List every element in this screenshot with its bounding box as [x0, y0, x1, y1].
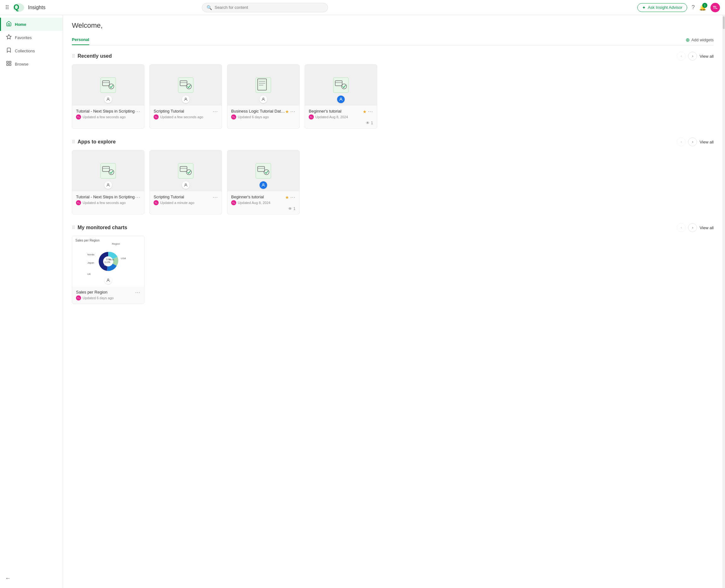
qlik-logo-icon: Q — [13, 3, 24, 12]
apps-card-name-1: Tutorial - Next Steps in Scripting — [76, 194, 135, 199]
apps-more-button-2[interactable]: ··· — [213, 194, 218, 200]
apps-card-time-1: Updated a few seconds ago — [83, 201, 125, 205]
recently-used-card-1[interactable]: Tutorial - Next Steps in Scripting TL Up… — [72, 64, 144, 129]
recently-used-title: Recently used — [78, 53, 112, 59]
svg-text:45.5%: 45.5% — [109, 259, 115, 261]
svg-point-27 — [340, 98, 342, 99]
sidebar-item-favorites[interactable]: Favorites — [0, 31, 63, 44]
svg-text:Japan: Japan — [87, 261, 94, 264]
svg-rect-6 — [9, 64, 11, 66]
welcome-header: Welcome, — [72, 21, 713, 29]
card-more-button-1[interactable]: ··· — [135, 109, 140, 114]
chart-card-1[interactable]: Sales per Region Region Nordic Japan UK … — [72, 236, 144, 304]
monitored-charts-title: My monitored charts — [78, 225, 127, 230]
search-bar[interactable]: 🔍 — [202, 3, 328, 12]
apps-view-all-button[interactable]: View all — [700, 140, 713, 144]
ask-advisor-button[interactable]: ✦ Ask Insight Advisor — [637, 3, 687, 12]
user-dot-4: TL — [309, 114, 314, 120]
card-thumb-3 — [227, 65, 299, 106]
recently-used-next-button[interactable]: › — [688, 52, 697, 61]
apps-next-button[interactable]: › — [688, 138, 697, 146]
card-footer-3: Business Logic Tutorial Data Prep TL Upd… — [227, 106, 299, 123]
browse-icon — [6, 61, 12, 67]
avatar[interactable]: TL — [710, 3, 720, 12]
svg-text:USA: USA — [121, 257, 126, 260]
chart-card-footer-1: Sales per Region TL Updated 6 days ago ·… — [72, 287, 144, 303]
card-time-4: Updated Aug 8, 2024 — [315, 115, 348, 119]
card-footer-1: Tutorial - Next Steps in Scripting TL Up… — [72, 106, 144, 123]
apps-prev-button[interactable]: ‹ — [677, 138, 686, 146]
drag-handle-charts[interactable]: ⠿ — [72, 225, 75, 230]
advisor-icon: ✦ — [642, 5, 646, 10]
card-thumb-4 — [305, 65, 377, 106]
apps-card-2[interactable]: Scripting Tutorial TL Updated a minute a… — [149, 150, 222, 214]
drag-handle-apps[interactable]: ⠿ — [72, 139, 75, 144]
apps-more-button-1[interactable]: ··· — [135, 194, 140, 200]
sidebar-browse-label: Browse — [15, 62, 28, 66]
apps-thumbnail-icon-2 — [177, 162, 194, 180]
apps-card-3[interactable]: Beginner's tutorial TL Updated Aug 8, 20… — [227, 150, 299, 214]
card-more-button-2[interactable]: ··· — [213, 109, 218, 114]
apps-card-footer-3: Beginner's tutorial TL Updated Aug 8, 20… — [227, 191, 299, 214]
card-footer-4: Beginner's tutorial TL Updated Aug 8, 20… — [305, 106, 377, 128]
svg-point-53 — [107, 279, 109, 280]
apps-user-dot-3: TL — [231, 200, 236, 205]
card-star-button-4[interactable]: ★ — [362, 109, 367, 114]
recently-used-header: ⠿ Recently used ‹ › View all — [72, 52, 713, 61]
sidebar-item-browse[interactable]: Browse — [0, 57, 63, 71]
apps-star-button-3[interactable]: ★ — [285, 195, 289, 200]
apps-card-footer-1: Tutorial - Next Steps in Scripting TL Up… — [72, 191, 144, 208]
apps-to-explore-cards: Tutorial - Next Steps in Scripting TL Up… — [72, 150, 713, 214]
apps-more-button-3[interactable]: ··· — [290, 194, 295, 200]
recently-used-card-4[interactable]: Beginner's tutorial TL Updated Aug 8, 20… — [305, 64, 377, 129]
username-blurred — [105, 21, 136, 29]
apps-views-count: 👁 1 — [231, 207, 295, 211]
apps-card-name-3: Beginner's tutorial — [231, 194, 285, 199]
card-name-1: Tutorial - Next Steps in Scripting — [76, 109, 135, 113]
recently-used-nav: ‹ › View all — [677, 52, 713, 61]
card-star-button-3[interactable]: ★ — [285, 109, 289, 114]
app-title: Insights — [28, 5, 45, 10]
svg-text:Nordic: Nordic — [87, 253, 95, 256]
card-thumb-1 — [72, 65, 144, 106]
apps-card-1[interactable]: Tutorial - Next Steps in Scripting TL Up… — [72, 150, 144, 214]
card-name-4: Beginner's tutorial — [309, 109, 362, 113]
sidebar-item-home[interactable]: Home — [0, 18, 63, 31]
apps-owner-badge-2 — [182, 181, 189, 189]
app-thumbnail-icon-2 — [177, 76, 194, 94]
apps-owner-badge-1 — [104, 181, 112, 189]
notification-badge: 1 — [702, 3, 707, 8]
grid-menu-icon[interactable]: ⠿ — [5, 4, 9, 11]
svg-text:26.9%: 26.9% — [104, 264, 110, 266]
recently-used-card-2[interactable]: Scripting Tutorial TL Updated a few seco… — [149, 64, 222, 129]
scrollbar-thumb[interactable] — [723, 16, 725, 29]
card-more-button-4[interactable]: ··· — [368, 109, 373, 114]
apps-owner-badge-3-blue — [260, 181, 267, 189]
sidebar-item-collections[interactable]: Collections — [0, 44, 63, 57]
svg-point-11 — [107, 98, 109, 99]
add-widgets-button[interactable]: ⊕ Add widgets — [686, 37, 713, 43]
charts-next-button[interactable]: › — [688, 223, 697, 232]
charts-view-all-button[interactable]: View all — [700, 226, 713, 230]
recently-used-view-all-button[interactable]: View all — [700, 54, 713, 59]
card-time-3: Updated 6 days ago — [238, 115, 269, 119]
chart-more-button-1[interactable]: ··· — [135, 290, 140, 295]
tab-personal[interactable]: Personal — [72, 35, 89, 45]
recently-used-cards: Tutorial - Next Steps in Scripting TL Up… — [72, 64, 713, 129]
help-button[interactable]: ? — [691, 4, 695, 11]
sidebar-collapse-button[interactable]: ← — [0, 571, 63, 586]
search-input[interactable] — [214, 5, 323, 10]
drag-handle-recent[interactable]: ⠿ — [72, 54, 75, 59]
apps-eye-icon: 👁 — [288, 207, 292, 211]
recently-used-prev-button[interactable]: ‹ — [677, 52, 686, 61]
card-more-button-3[interactable]: ··· — [290, 109, 295, 114]
svg-text:Q: Q — [14, 3, 19, 12]
add-widgets-label: Add widgets — [691, 38, 713, 42]
notifications-button[interactable]: 🔔 1 — [699, 4, 706, 11]
chart-thumb-1: Sales per Region Region Nordic Japan UK … — [72, 236, 144, 287]
svg-point-22 — [263, 98, 264, 99]
recently-used-card-3[interactable]: Business Logic Tutorial Data Prep TL Upd… — [227, 64, 299, 129]
apps-card-time-3: Updated Aug 8, 2024 — [238, 201, 270, 205]
charts-prev-button[interactable]: ‹ — [677, 223, 686, 232]
apps-to-explore-title: Apps to explore — [78, 139, 116, 145]
